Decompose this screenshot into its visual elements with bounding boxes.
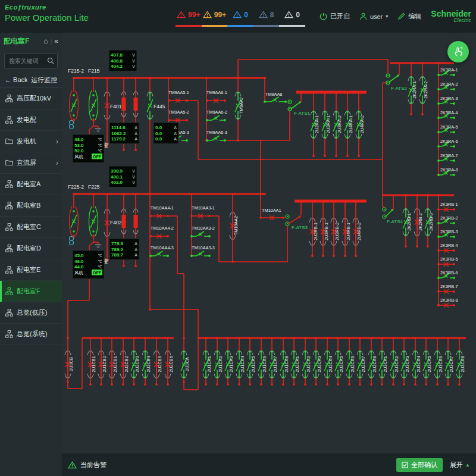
breaker-2U0CA[interactable]: 2U0CA bbox=[181, 337, 190, 383]
sidebar-item-总览(系统)[interactable]: 总览(系统) bbox=[0, 324, 62, 345]
breaker-2U2CB3[interactable]: 2U2CB3 bbox=[131, 337, 140, 386]
switch-TM9AA5-2[interactable]: TM9AA5-2 bbox=[168, 109, 189, 123]
breaker-2U3CA4[interactable]: 2U3CA4 bbox=[412, 337, 421, 386]
sidebar-item-高压配10kV[interactable]: 高压配10kV bbox=[0, 88, 62, 109]
breaker-TM9AA7[interactable]: TM9AA7 bbox=[235, 77, 244, 142]
switch-2K3RA-2[interactable]: 2K3RA-2 bbox=[437, 82, 458, 90]
switch-TM9AA6-3[interactable]: TM9AA6-3 bbox=[206, 130, 227, 142]
wire-column[interactable] bbox=[70, 193, 79, 237]
breaker-2K2RB-1[interactable]: 2K2RB-1 bbox=[403, 194, 412, 248]
switch-TM9AA8[interactable]: TM9AA8 bbox=[264, 92, 287, 103]
breaker-2U2CA1[interactable]: 2U2CA1 bbox=[291, 337, 300, 386]
breaker-2U3RB-2[interactable]: 2U3RB-2 bbox=[331, 200, 340, 257]
ack-all-button[interactable]: 全部确认 bbox=[396, 458, 443, 472]
alarm-badge[interactable]: 0 bbox=[227, 4, 253, 27]
alarm-badge[interactable]: 8 bbox=[253, 4, 280, 27]
breaker-2U1CB1[interactable]: 2U1CB1 bbox=[87, 337, 96, 386]
edit-button[interactable]: 编辑 bbox=[397, 12, 421, 21]
user-menu[interactable]: user ▾ bbox=[359, 12, 388, 20]
breaker-2U0CB[interactable]: 2U0CB bbox=[65, 337, 74, 383]
switch-2K3RA-8[interactable]: 2K3RA-8 bbox=[437, 167, 458, 176]
switch-2K3RB-5[interactable]: 2K3RB-5 bbox=[437, 256, 458, 267]
breaker-2U2RB-1[interactable]: 2U2RB-1 bbox=[309, 200, 318, 257]
sidebar-item-配电室B[interactable]: 配电室B bbox=[0, 195, 62, 217]
search-box[interactable] bbox=[4, 53, 58, 68]
breaker-2U3RB-1[interactable]: 2U3RB-1 bbox=[320, 200, 329, 257]
search-icon[interactable] bbox=[47, 57, 54, 64]
ats-F-ATS3[interactable]: F-ATS3 bbox=[286, 215, 308, 230]
breaker-2U1CA3[interactable]: 2U1CA3 bbox=[225, 337, 234, 386]
breaker-2U1CA7[interactable]: 2U1CA7 bbox=[269, 337, 278, 386]
breaker-2U2CB4[interactable]: 2U2CB4 bbox=[142, 337, 151, 386]
wire-column[interactable] bbox=[89, 193, 98, 237]
switch-2K3RA-7[interactable]: 2K3RA-7 bbox=[437, 153, 458, 162]
sidebar-item-直流屏[interactable]: 直流屏› bbox=[0, 152, 62, 174]
breaker-2U2CB6[interactable]: 2U2CB6 bbox=[165, 337, 174, 386]
back-button[interactable]: ← Back bbox=[5, 76, 28, 83]
switch-2K3RB-4[interactable]: 2K3RB-4 bbox=[437, 243, 458, 253]
switch-TM10AA4-3[interactable]: TM10AA4-3 bbox=[149, 245, 174, 257]
breaker-2U2CA3[interactable]: 2U2CA3 bbox=[313, 337, 322, 386]
breaker-2U3RA-2[interactable]: 2U3RA-2 bbox=[333, 91, 342, 157]
sidebar-item-配电室E[interactable]: 配电室E bbox=[0, 259, 62, 281]
breaker-2U2CA7[interactable]: 2U2CA7 bbox=[357, 337, 366, 386]
switch-TM9AA6-2[interactable]: TM9AA6-2 bbox=[206, 109, 227, 121]
select-tool-fab[interactable] bbox=[447, 41, 469, 62]
single-line-diagram[interactable]: TM9AA7TM10AA22U2RA-12U3RA-12U3RA-22U4RA-… bbox=[62, 33, 476, 453]
wire-column[interactable] bbox=[89, 77, 98, 121]
breaker-2U2CA5[interactable]: 2U2CA5 bbox=[335, 337, 344, 386]
breaker-2U4RA-2[interactable]: 2U4RA-2 bbox=[356, 91, 365, 157]
alarm-badge[interactable]: 0 bbox=[279, 4, 305, 27]
breaker-2U4RA-1[interactable]: 2U4RA-1 bbox=[345, 91, 353, 157]
switch-TM10AA4-2[interactable]: TM10AA4-2 bbox=[149, 226, 174, 239]
switch-2K3RA-5[interactable]: 2K3RA-5 bbox=[437, 124, 458, 133]
collapse-icon[interactable]: « bbox=[54, 37, 58, 45]
breaker-2U4RB-2[interactable]: 2U4RB-2 bbox=[353, 200, 362, 257]
alarm-badge[interactable]: 99+ bbox=[176, 4, 202, 27]
switch-2K3RB-3[interactable]: 2K3RB-3 bbox=[437, 229, 458, 238]
wire-column[interactable] bbox=[70, 77, 79, 121]
breaker-2U2CA2[interactable]: 2U2CA2 bbox=[302, 337, 311, 386]
breaker-2U3RA-1[interactable]: 2U3RA-1 bbox=[322, 91, 331, 157]
switch-2K3RA-1[interactable]: 2K3RA-1 bbox=[437, 67, 458, 76]
switch-2K3RA-3[interactable]: 2K3RA-3 bbox=[437, 96, 458, 105]
breaker-2K2RA-1[interactable]: 2K2RA-1 bbox=[408, 62, 417, 115]
switch-TM10AA1[interactable]: TM10AA1 bbox=[259, 208, 284, 220]
ats-F-ATS4[interactable]: F-ATS4 bbox=[383, 208, 403, 224]
breaker-2K2RB-3[interactable]: 2K2RB-3 bbox=[425, 194, 434, 248]
breaker-2U1CA2[interactable]: 2U1CA2 bbox=[214, 337, 223, 386]
search-input[interactable] bbox=[8, 57, 47, 65]
switch-2K3RA-4[interactable]: 2K3RA-4 bbox=[437, 110, 458, 119]
breaker-2U3CA1[interactable]: 2U3CA1 bbox=[379, 337, 388, 386]
breaker-2U1CA1[interactable]: 2U1CA1 bbox=[203, 337, 212, 386]
breaker-2U2CB5[interactable]: 2U2CB5 bbox=[154, 337, 162, 386]
switch-2K3RB-8[interactable]: 2K3RB-8 bbox=[437, 298, 458, 308]
breaker-2U3CA8[interactable]: 2U3CA8 bbox=[456, 337, 465, 386]
switch-TM9AA5-1[interactable]: TM9AA5-1 bbox=[168, 90, 189, 103]
sidebar-item-配电室D[interactable]: 配电室D bbox=[0, 238, 62, 259]
breaker-2U2CA8[interactable]: 2U2CA8 bbox=[368, 337, 377, 386]
sidebar-item-发电配[interactable]: 发电配 bbox=[0, 109, 62, 131]
switch-2K3RA-6[interactable]: 2K3RA-6 bbox=[437, 139, 458, 148]
ats-F-ATS2[interactable]: F-ATS2 bbox=[386, 74, 408, 91]
alarm-badge[interactable]: 99+ bbox=[202, 4, 228, 27]
breaker-2U3CA5[interactable]: 2U3CA5 bbox=[423, 337, 432, 386]
switch-2K3RB-2[interactable]: 2K3RB-2 bbox=[437, 215, 458, 224]
breaker-2K2RB-2[interactable]: 2K2RB-2 bbox=[414, 194, 423, 248]
sidebar-item-总览(低压)[interactable]: 总览(低压) bbox=[0, 302, 62, 324]
sidebar-item-配电室A[interactable]: 配电室A bbox=[0, 174, 62, 195]
breaker-2U1CB2[interactable]: 2U1CB2 bbox=[98, 337, 107, 386]
expand-button[interactable]: 展开▲ bbox=[450, 461, 470, 469]
breaker-2U2CB1[interactable]: 2U2CB1 bbox=[109, 337, 118, 386]
sidebar-item-发电机[interactable]: 发电机› bbox=[0, 131, 62, 152]
breaker-2U3CA3[interactable]: 2U3CA3 bbox=[401, 337, 410, 386]
switch-TM10AA3-2[interactable]: TM10AA3-2 bbox=[190, 226, 215, 237]
breaker-2U3CA2[interactable]: 2U3CA2 bbox=[390, 337, 399, 386]
breaker-2U2RA-1[interactable]: 2U2RA-1 bbox=[311, 91, 320, 157]
sidebar-item-配电室F[interactable]: 配电室F bbox=[0, 281, 62, 302]
breaker-2K2RA-2[interactable]: 2K2RA-2 bbox=[419, 62, 428, 115]
switch-2K3RB-6[interactable]: 2K3RB-6 bbox=[437, 270, 458, 279]
ats-F-ATS1[interactable]: F-ATS1 bbox=[288, 100, 311, 116]
breaker-2U3CA6[interactable]: 2U3CA6 bbox=[434, 337, 443, 386]
breaker-2U2CB2[interactable]: 2U2CB2 bbox=[120, 337, 129, 386]
